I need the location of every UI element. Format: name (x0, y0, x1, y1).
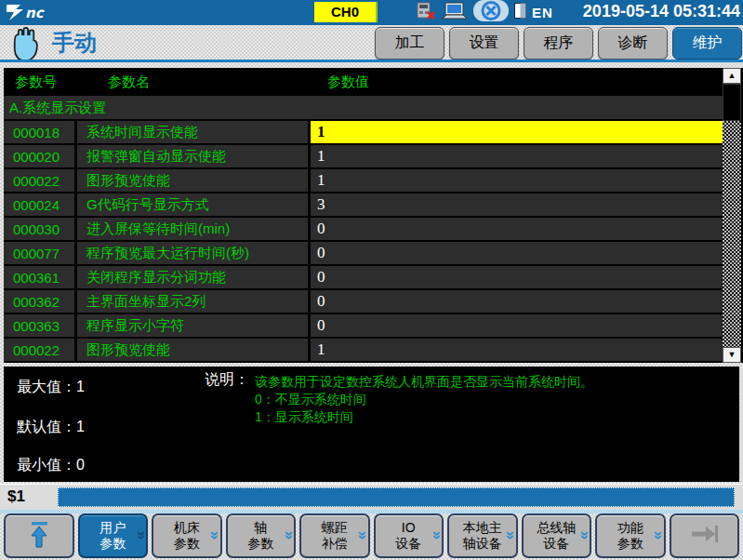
param-name: G代码行号显示方式 (77, 193, 308, 216)
param-name: 主界面坐标显示2列 (77, 290, 308, 313)
chevron-down-icon: » (284, 531, 293, 540)
scrollbar-up-arrow[interactable]: ▲ (723, 68, 741, 84)
table-row[interactable]: 000361 关闭程序显示分词功能 0 (4, 266, 723, 288)
softkey-label: 轴设备 (463, 536, 502, 552)
param-value: 1 (311, 339, 723, 361)
softkey-label: 轴 (254, 520, 267, 536)
param-name: 图形预览使能 (77, 339, 308, 361)
description-label: 说明： (205, 370, 249, 390)
tab-settings[interactable]: 设置 (449, 27, 519, 60)
param-no: 000030 (4, 218, 74, 240)
softkey-user-params[interactable]: 用户 参数 » (78, 513, 149, 558)
param-value: 0 (311, 266, 723, 288)
mode-label: 手动 (52, 28, 97, 58)
description-line: 0：不显示系统时间 (255, 391, 593, 408)
cnc-screen: nc CH0 EN 2019-05-14 05:31:44 (0, 0, 743, 560)
softkey-label: 设备 (395, 536, 421, 552)
tab-machining[interactable]: 加工 (375, 27, 444, 60)
mode-bar: 手动 加工 设置 程序 诊断 维护 (0, 25, 743, 60)
status-progress-strip (58, 487, 735, 507)
param-value: 1 (311, 169, 723, 192)
param-name: 程序预览最大运行时间(秒) (77, 242, 308, 264)
chevron-down-icon: » (358, 531, 367, 540)
softkey-machine-params[interactable]: 机床 参数 » (152, 513, 222, 558)
chevron-down-icon: » (210, 531, 219, 540)
softkey-label: 螺距 (322, 520, 348, 536)
tab-program[interactable]: 程序 (524, 27, 593, 60)
softkey-label: 参数 (247, 536, 273, 552)
machine-offline-icon (417, 2, 436, 23)
main-tabs: 加工 设置 程序 诊断 维护 (375, 27, 742, 60)
chevron-down-icon: » (506, 531, 515, 540)
chevron-down-icon: » (431, 531, 441, 540)
mode-bar-divider (0, 60, 743, 62)
scrollbar-down-arrow[interactable]: ▼ (723, 347, 741, 363)
description-text: 该参数用于设定数控系统人机界面是否显示当前系统时间。 0：不显示系统时间 1：显… (255, 373, 593, 426)
table-row[interactable]: 000030 进入屏保等待时间(min) 0 (4, 218, 723, 240)
tab-maintenance[interactable]: 维护 (672, 27, 742, 60)
param-no: 000363 (4, 314, 74, 337)
softkey-label: 参数 (174, 536, 200, 552)
section-header-row: A.系统显示设置 (4, 96, 723, 119)
column-header-param-name: 参数名 (77, 73, 311, 91)
table-row[interactable]: 000024 G代码行号显示方式 3 (4, 193, 723, 216)
tab-diagnosis[interactable]: 诊断 (598, 27, 668, 60)
datetime-display: 2019-05-14 05:31:44 (583, 2, 740, 21)
softkey-function-params[interactable]: 功能 参数 » (595, 513, 666, 558)
softkey-pitch-compensation[interactable]: 螺距 补偿 » (299, 513, 370, 558)
channel-badge: CH0 (314, 2, 378, 22)
param-no: 000022 (4, 339, 74, 361)
softkey-label: 设备 (543, 536, 569, 552)
softkey-label: 功能 (617, 520, 643, 536)
language-indicator: EN (532, 5, 553, 20)
table-row[interactable]: 000077 程序预览最大运行时间(秒) 0 (4, 242, 723, 264)
status-bar: $1 (0, 484, 743, 510)
return-button[interactable] (4, 513, 74, 558)
softkey-local-spindle-device[interactable]: 本地主 轴设备 » (447, 513, 518, 558)
min-value-text: 最小值：0 (17, 456, 85, 475)
parameter-detail-panel: 最大值：1 默认值：1 最小值：0 说明： 该参数用于设定数控系统人机界面是否显… (4, 367, 739, 482)
next-page-button[interactable] (670, 513, 740, 558)
param-value: 1 (311, 145, 723, 167)
param-name: 进入屏保等待时间(min) (77, 218, 308, 240)
table-scrollbar: ▲ ▼ (723, 68, 741, 363)
softkey-label: 本地主 (463, 520, 502, 536)
param-no: 000077 (4, 242, 74, 264)
param-value: 0 (311, 290, 723, 313)
param-value-selected[interactable]: 1 (311, 121, 723, 143)
param-no: 000018 (4, 121, 74, 143)
param-no: 000362 (4, 290, 74, 313)
table-row[interactable]: 000022 图形预览使能 1 (4, 169, 723, 192)
param-value: 0 (311, 218, 723, 240)
softkey-label: 补偿 (322, 536, 348, 552)
param-value: 0 (311, 242, 723, 264)
softkey-label: 参数 (100, 536, 126, 552)
param-no: 000022 (4, 169, 74, 192)
channel-indicator: $1 (7, 487, 25, 506)
scrollbar-track[interactable] (723, 121, 741, 347)
softkey-axis-params[interactable]: 轴 参数 » (226, 513, 297, 558)
softkey-label: 参数 (617, 536, 643, 552)
softkey-bar: 用户 参数 » 机床 参数 » 轴 参数 » 螺距 补偿 » IO 设备 » 本… (0, 513, 743, 560)
disconnect-icon[interactable] (473, 0, 509, 25)
table-row[interactable]: 000362 主界面坐标显示2列 0 (4, 290, 723, 313)
scrollbar-thumb[interactable] (723, 84, 741, 121)
param-name: 报警弹窗自动显示使能 (77, 145, 308, 167)
next-page-arrow-icon (689, 523, 719, 549)
chevron-down-icon: » (579, 531, 589, 540)
document-icon (514, 3, 526, 22)
remote-pc-icon (442, 2, 468, 24)
default-value-text: 默认值：1 (17, 418, 85, 437)
column-header-param-value: 参数值 (311, 73, 723, 91)
param-value: 3 (311, 193, 723, 216)
table-row[interactable]: 000363 程序显示小字符 0 (4, 314, 723, 337)
table-row[interactable]: 000020 报警弹窗自动显示使能 1 (4, 145, 723, 167)
softkey-io-device[interactable]: IO 设备 » (374, 513, 444, 558)
table-row[interactable]: 000018 系统时间显示使能 1 (4, 121, 723, 143)
table-header: 参数号 参数名 参数值 (4, 68, 723, 96)
softkey-bus-axis-device[interactable]: 总线轴 设备 » (522, 513, 592, 558)
max-value-text: 最大值：1 (17, 378, 85, 397)
column-header-param-no: 参数号 (4, 73, 77, 91)
return-up-arrow-icon (26, 519, 52, 553)
table-row[interactable]: 000022 图形预览使能 1 (4, 339, 723, 361)
